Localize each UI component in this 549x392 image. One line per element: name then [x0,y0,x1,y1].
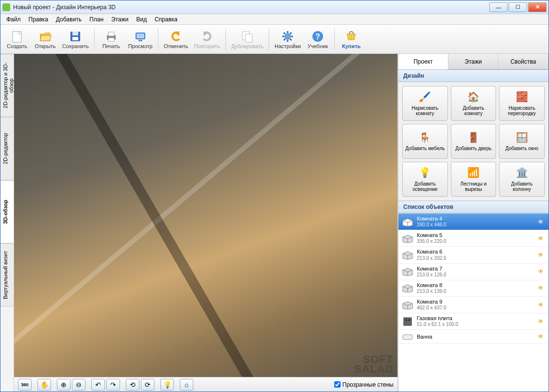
vtab-3d[interactable]: 3D-обзор [0,180,14,243]
object-row[interactable]: Комната 6213.0 x 202.0👁 [398,247,549,263]
redo-icon [200,30,214,43]
visibility-eye-icon[interactable]: 👁 [538,252,546,258]
menu-добавить[interactable]: Добавить [52,15,86,24]
3d-canvas[interactable]: SOFTSALAD [14,54,397,377]
view-tool-0[interactable]: 360 [18,379,32,391]
menu-справка[interactable]: Справка [151,15,181,24]
menu-план[interactable]: План [86,15,107,24]
object-row[interactable]: Комната 9402.0 x 437.0👁 [398,297,549,313]
object-dimensions: 280.0 x 446.0 [417,222,535,228]
view-tool-1[interactable]: ✋ [37,379,51,391]
titlebar: Новый проект - Дизайн Интерьера 3D — ☐ ✕ [0,0,549,14]
object-row[interactable]: Комната 4280.0 x 446.0👁 [398,214,549,230]
design-btn-7[interactable]: 📶Лестницы и вырезы [451,162,497,197]
menu-файл[interactable]: Файл [2,15,25,24]
vtab-2d3d[interactable]: 2D-редактор и 3D-обзор [0,54,14,117]
panel-tab-1[interactable]: Этажи [448,54,498,69]
object-dimensions: 335.0 x 220.0 [417,239,535,244]
content-area: 2D-редактор и 3D-обзор2D-редактор3D-обзо… [0,54,549,392]
design-icon-4: 🚪 [467,131,480,144]
design-icon-6: 💡 [419,167,431,179]
print-button[interactable]: Печать [98,26,125,52]
menu-вид[interactable]: Вид [132,15,151,24]
object-name: Комната 9 [417,299,535,305]
object-name: Ванна [417,334,535,340]
design-btn-0[interactable]: 🖌️Нарисовать комнату [402,86,448,121]
view-tool-4[interactable]: ↶ [91,379,105,391]
object-list[interactable]: Комната 4280.0 x 446.0👁Комната 5335.0 x … [398,213,549,392]
menu-этажи[interactable]: Этажи [107,15,132,24]
maximize-button[interactable]: ☐ [509,2,527,12]
visibility-eye-icon[interactable]: 👁 [538,285,546,291]
object-name: Комната 5 [417,232,535,239]
design-label-1: Добавить комнату [453,105,494,117]
view-tool-5[interactable]: ↷ [106,379,120,391]
design-icon-1: 🏠 [467,91,480,103]
toolbar-separator [158,29,158,50]
open-button[interactable]: Открыть [32,26,59,52]
design-section-header: Дизайн [398,69,549,82]
visibility-eye-icon[interactable]: 👁 [538,235,546,242]
object-icon [401,267,414,276]
visibility-eye-icon[interactable]: 👁 [538,302,546,308]
svg-rect-26 [404,318,412,325]
preview-label: Просмотр [128,43,153,49]
visibility-eye-icon[interactable]: 👁 [538,219,546,225]
visibility-eye-icon[interactable]: 👁 [538,318,546,325]
create-icon [10,30,24,43]
design-btn-1[interactable]: 🏠Добавить комнату [451,86,497,121]
design-icon-2: 🧱 [515,91,528,103]
open-icon [38,30,52,43]
save-button[interactable]: Сохранить [60,26,91,52]
panel-tabs: ПроектЭтажиСвойства [398,54,549,69]
design-btn-4[interactable]: 🚪Добавить дверь [451,124,497,159]
svg-rect-11 [245,34,252,42]
main-toolbar: СоздатьОткрытьСохранитьПечатьПросмотрОтм… [0,25,549,54]
svg-rect-5 [108,32,114,36]
svg-rect-29 [403,335,412,340]
vtab-2d[interactable]: 2D-редактор [0,117,14,180]
view-tool-2[interactable]: ⊕ [57,379,70,391]
visibility-eye-icon[interactable]: 👁 [538,333,546,340]
object-row[interactable]: Комната 5335.0 x 220.0👁 [398,230,549,247]
view-tool-7[interactable]: ⟳ [141,379,154,391]
object-dimensions: 213.0 x 126.0 [417,272,535,278]
panel-tab-2[interactable]: Свойства [498,54,549,69]
preview-button[interactable]: Просмотр [126,26,155,52]
object-icon [401,234,414,243]
object-icon [401,332,414,341]
close-button[interactable]: ✕ [528,2,547,12]
svg-line-17 [284,33,285,34]
svg-rect-6 [108,38,114,41]
view-tool-6[interactable]: ⟲ [126,379,139,391]
view-tool-9[interactable]: ⌂ [180,379,193,391]
help-button[interactable]: ?Учебник [304,26,331,52]
open-label: Открыть [34,43,55,49]
viewport: SOFTSALAD 360✋⊕⊖↶↷⟲⟳💡⌂Прозрачные стены [14,54,398,392]
visibility-eye-icon[interactable]: 👁 [538,268,546,275]
menu-правка[interactable]: Правка [25,15,52,24]
create-button[interactable]: Создать [3,26,31,52]
design-btn-6[interactable]: 💡Добавить освещение [402,162,448,197]
transparent-walls-input[interactable] [334,381,341,388]
object-icon [401,317,414,326]
design-btn-5[interactable]: 🪟Добавить окно [499,124,545,159]
object-row[interactable]: Комната 8213.0 x 139.0👁 [398,280,549,297]
minimize-button[interactable]: — [489,2,508,12]
view-tool-8[interactable]: 💡 [160,379,174,391]
panel-tab-0[interactable]: Проект [398,54,448,69]
object-row[interactable]: Комната 7213.0 x 126.0👁 [398,264,549,280]
settings-label: Настройки [274,43,301,49]
design-btn-8[interactable]: 🏛️Добавить колонну [499,162,545,197]
object-row[interactable]: Газовая плита51.0 x 62.1 x 100.0👁 [398,313,549,330]
design-btn-3[interactable]: 🪑Добавить мебель [402,124,448,159]
view-tool-3[interactable]: ⊖ [72,379,86,391]
design-btn-2[interactable]: 🧱Нарисовать перегородку [499,86,545,121]
undo-button[interactable]: Отменить [161,26,190,52]
transparent-walls-checkbox[interactable]: Прозрачные стены [334,381,394,388]
vtab-virtual[interactable]: Виртуальный визит [0,243,14,307]
buy-icon [344,30,358,43]
settings-button[interactable]: Настройки [272,26,303,52]
buy-button[interactable]: Купить [338,26,365,52]
object-row[interactable]: Ванна👁 [398,330,549,344]
